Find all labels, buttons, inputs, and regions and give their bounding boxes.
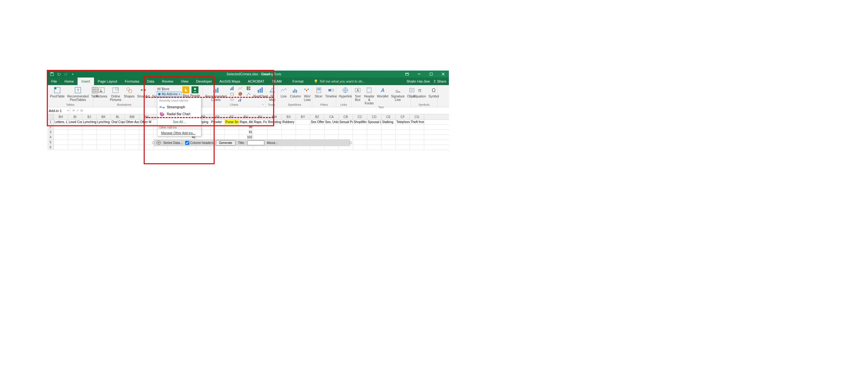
cell[interactable]: Sex, Unlaw <box>324 120 339 124</box>
cell[interactable] <box>268 125 282 129</box>
row-header[interactable]: 5 <box>48 140 54 145</box>
cell[interactable] <box>268 135 282 139</box>
cell[interactable] <box>268 130 282 134</box>
cell[interactable] <box>253 135 268 139</box>
sparkline-winloss-button[interactable]: Win/Loss <box>302 86 312 102</box>
column-header[interactable]: BS <box>211 114 225 119</box>
cell[interactable]: Resisting A <box>268 120 282 124</box>
cell[interactable] <box>125 125 139 129</box>
cell[interactable]: Theft from <box>410 120 424 124</box>
cell[interactable] <box>324 125 339 129</box>
cell[interactable] <box>111 125 125 129</box>
generate-button[interactable]: Generate <box>216 140 236 146</box>
addin-item-radial-bar[interactable]: Radial Bar Chart <box>157 111 201 117</box>
cell[interactable]: 98 <box>239 125 253 129</box>
cell[interactable] <box>54 130 68 134</box>
chart-bar-button[interactable] <box>228 86 236 91</box>
sparkline-line-button[interactable]: Line <box>279 86 289 99</box>
tab-arcgis-maps[interactable]: ArcGIS Maps <box>216 77 244 85</box>
title-input[interactable] <box>247 141 264 145</box>
cell[interactable] <box>97 135 111 139</box>
cell[interactable] <box>282 130 296 134</box>
cell[interactable] <box>139 140 154 145</box>
cell[interactable] <box>97 130 111 134</box>
cell[interactable] <box>310 130 324 134</box>
cell[interactable] <box>111 130 125 134</box>
qat-customize-icon[interactable]: ▾ <box>70 71 75 76</box>
column-header[interactable]: BV <box>253 114 268 119</box>
cell[interactable] <box>353 130 367 134</box>
cell[interactable] <box>211 130 225 134</box>
cell[interactable] <box>381 125 396 129</box>
cell[interactable] <box>367 140 381 145</box>
column-header[interactable]: BU <box>239 114 253 119</box>
undo-icon[interactable] <box>56 71 61 76</box>
cancel-formula-icon[interactable]: ✕ <box>72 108 75 113</box>
cell[interactable]: Sex Offen <box>310 120 324 124</box>
equation-button[interactable]: πEquation <box>412 86 427 99</box>
circle-plus-icon[interactable] <box>156 141 161 145</box>
chart-treemap-button[interactable] <box>245 86 252 91</box>
cell[interactable] <box>410 145 424 150</box>
cell[interactable] <box>111 145 125 150</box>
about-button[interactable]: About... <box>267 141 278 145</box>
my-addins-button[interactable]: ⬣My Add-ins▾ <box>156 91 182 97</box>
addin-item-streamgraph[interactable]: Streamgraph <box>157 103 201 111</box>
maximize-button[interactable] <box>426 70 437 77</box>
cell[interactable] <box>125 130 139 134</box>
column-header[interactable]: CB <box>339 114 353 119</box>
cell[interactable] <box>125 145 139 150</box>
cell[interactable]: Sexual Pe <box>339 120 353 124</box>
name-box[interactable]: ▾ <box>48 107 70 114</box>
cell[interactable] <box>253 125 268 129</box>
shapes-button[interactable]: Shapes <box>123 86 136 99</box>
cell[interactable] <box>125 140 139 145</box>
tell-me-search[interactable]: 💡Tell me what you want to do... <box>314 77 365 85</box>
ribbon-display-icon[interactable] <box>401 70 413 77</box>
cell[interactable] <box>396 135 410 139</box>
store-button[interactable]: 🛍Store <box>156 87 182 91</box>
cell[interactable] <box>353 125 367 129</box>
column-header[interactable]: BJ <box>82 114 97 119</box>
cell[interactable] <box>296 135 310 139</box>
charts-launcher-icon[interactable]: ⤡ <box>262 103 265 106</box>
cell[interactable]: Prowler <box>211 120 225 124</box>
cell[interactable] <box>296 130 310 134</box>
cell[interactable] <box>139 130 154 134</box>
slicer-button[interactable]: Slicer <box>313 86 324 99</box>
cell[interactable] <box>97 145 111 150</box>
cell[interactable]: Purse Sna <box>225 120 239 124</box>
cell[interactable] <box>139 125 154 129</box>
cell[interactable] <box>82 130 97 134</box>
row-header[interactable]: 2 <box>48 125 54 129</box>
hyperlink-button[interactable]: Hyperlink <box>337 86 353 99</box>
cell[interactable]: 102 <box>239 135 253 139</box>
recommended-charts-button[interactable]: RecommendedCharts <box>204 86 228 102</box>
cell[interactable] <box>111 135 125 139</box>
cell[interactable] <box>97 125 111 129</box>
row-header[interactable]: 1 <box>48 120 54 124</box>
tab-formulas[interactable]: Formulas <box>121 77 143 85</box>
cell[interactable]: Shopliftin <box>353 120 367 124</box>
cell[interactable] <box>225 130 239 134</box>
recommended-pivottables-button[interactable]: ?RecommendedPivotTables <box>66 86 90 102</box>
cell[interactable] <box>324 135 339 139</box>
cell[interactable] <box>353 145 367 150</box>
cell[interactable] <box>82 135 97 139</box>
cell[interactable] <box>97 140 111 145</box>
tab-view[interactable]: View <box>177 77 192 85</box>
column-header[interactable]: CA <box>324 114 339 119</box>
row-header[interactable]: 6 <box>48 145 54 150</box>
cell[interactable] <box>296 125 310 129</box>
column-header[interactable]: BW <box>268 114 282 119</box>
account-name[interactable]: Shalin Hai-Jew <box>406 80 430 83</box>
column-headers-checkbox[interactable]: Column headers <box>185 141 213 145</box>
cell[interactable] <box>410 135 424 139</box>
cell[interactable] <box>68 140 82 145</box>
cell[interactable]: Rape, Forc <box>253 120 268 124</box>
column-header[interactable]: BI <box>68 114 82 119</box>
column-header[interactable]: BH <box>54 114 68 119</box>
column-header[interactable]: BK <box>97 114 111 119</box>
chart-pie-button[interactable] <box>237 91 244 96</box>
cell[interactable] <box>339 125 353 129</box>
